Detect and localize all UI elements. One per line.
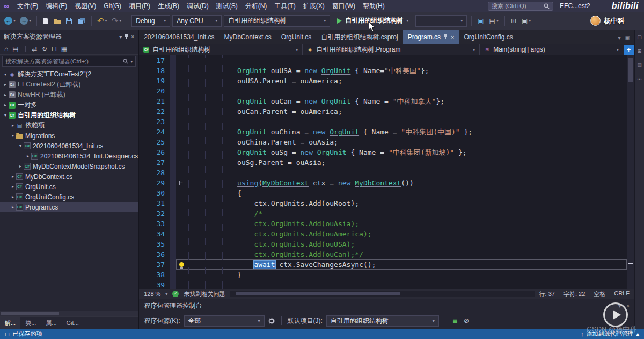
code-line-18[interactable]: 18 OrgUnit ouUSA = new OrgUnit { Name="中…: [139, 66, 627, 76]
type-dropdown[interactable]: ◆ 自引用的组织结构树.Program ▾: [303, 44, 480, 55]
vertical-scrollbar[interactable]: [627, 55, 634, 289]
minimize-button[interactable]: —: [597, 2, 609, 10]
tree-expander-icon[interactable]: ▸: [10, 174, 16, 179]
code-line-21[interactable]: 21 OrgUnit ouCan = new OrgUnit { Name = …: [139, 96, 627, 106]
code-line-38[interactable]: 38 }: [139, 270, 627, 280]
menu-item-视图(V)[interactable]: 视图(V): [71, 0, 100, 12]
quick-search-box[interactable]: 搜索 (Ctrl+Q): [488, 2, 553, 11]
tree-expander-icon[interactable]: ▾: [10, 133, 16, 138]
menu-item-生成(B)[interactable]: 生成(B): [154, 0, 183, 12]
rail-grid-icon[interactable]: ⊞: [638, 48, 642, 54]
clear-console-icon[interactable]: ⊘: [463, 317, 470, 324]
tree-expander-icon[interactable]: ▾: [2, 113, 9, 118]
tree-expander-icon[interactable]: ▸: [10, 184, 16, 189]
menu-item-Git(G)[interactable]: Git(G): [100, 0, 125, 12]
line-ending-indicator[interactable]: CRLF: [614, 290, 630, 298]
lightbulb-icon[interactable]: [179, 262, 184, 267]
code-line-20[interactable]: 20: [139, 86, 627, 96]
column-indicator[interactable]: 字符: 22: [564, 290, 585, 298]
open-file-button[interactable]: [52, 17, 62, 25]
code-line-19[interactable]: 19 ouUSA.Parent = ouAmerica;: [139, 76, 627, 86]
tab-自引用的组织结构树.csproj[interactable]: 自引用的组织结构树.csproj: [316, 30, 402, 44]
tree-item-解决方案"EFCoreTest2"(2[interactable]: ▾◆解决方案"EFCoreTest2"(2: [0, 69, 138, 80]
code-line-35[interactable]: 35 ctx.OrgUnits.Add(ouUSA);: [139, 239, 627, 249]
redo-button[interactable]: ↷▾: [111, 15, 123, 27]
tree-item-Program.cs[interactable]: ▸C#Program.cs: [0, 202, 138, 212]
tree-item-自引用的组织结构树[interactable]: ▾C#自引用的组织结构树: [0, 110, 138, 120]
tab-MyDbContext.cs[interactable]: MyDbContext.cs: [219, 30, 276, 44]
horizontal-scrollbar[interactable]: [0, 311, 138, 316]
find-in-files-button[interactable]: ▤▾: [488, 17, 500, 25]
code-line-24[interactable]: 24 OrgUnit ouChina = new OrgUnit { Name …: [139, 127, 627, 137]
pin-icon[interactable]: [444, 34, 448, 40]
code-line-36[interactable]: 36 ctx.OrgUnits.Add(ouCan);*/: [139, 249, 627, 259]
tree-item-MyDbContext.cs[interactable]: ▸C#MyDbContext.cs: [0, 171, 138, 182]
solution-configuration-combo[interactable]: Debug▾: [131, 15, 170, 27]
refresh-icon[interactable]: ↻: [42, 45, 47, 53]
tree-expander-icon[interactable]: ▸: [2, 92, 9, 97]
tree-expander-icon[interactable]: ▾: [2, 72, 9, 77]
code-line-17[interactable]: 17: [139, 55, 627, 66]
menu-item-项目(P)[interactable]: 项目(P): [125, 0, 154, 12]
rail-more-icon[interactable]: ⋯: [637, 76, 642, 82]
rail-list-icon[interactable]: ▤: [637, 62, 642, 68]
tree-item-EFCoreTest2 (已卸载)[interactable]: ▸C#EFCoreTest2 (已卸载): [0, 80, 138, 90]
code-line-30[interactable]: 30 {: [139, 188, 627, 198]
rail-window-icon[interactable]: ▢: [637, 34, 642, 40]
menu-item-分析(N)[interactable]: 分析(N): [241, 0, 271, 12]
sync-with-active-document-icon[interactable]: ⇄: [32, 45, 38, 53]
navigate-back-button[interactable]: ←▾: [3, 16, 17, 26]
new-file-button[interactable]: [41, 16, 50, 26]
menu-item-扩展(X)[interactable]: 扩展(X): [299, 0, 328, 12]
float-window-icon[interactable]: ▣: [625, 35, 630, 41]
start-debugging-button[interactable]: 自引用的组织结构树▾: [332, 16, 413, 25]
tree-expander-icon[interactable]: ▸: [10, 123, 16, 128]
tree-item-20210604061534_Init.cs[interactable]: ▾C#20210604061534_Init.cs: [0, 141, 138, 151]
panel-tab-类...[interactable]: 类...: [20, 317, 41, 329]
solution-search-input[interactable]: 搜索解决方案资源管理器(Ctrl+;) ▾: [2, 56, 136, 67]
close-icon[interactable]: ×: [131, 34, 134, 40]
code-line-33[interactable]: 33 ctx.OrgUnits.Add(ouAsia);: [139, 219, 627, 229]
menu-item-工具(T)[interactable]: 工具(T): [270, 0, 299, 12]
list-icon[interactable]: ≣: [451, 317, 459, 324]
show-all-files-icon[interactable]: ▦: [61, 45, 67, 53]
zoom-level[interactable]: 128 %: [144, 291, 160, 297]
tab-OrgUnitConfig.cs[interactable]: OrgUnitConfig.cs: [459, 30, 517, 44]
default-project-combo[interactable]: 自引用的组织结构树▾: [326, 315, 439, 327]
menu-item-帮助(H)[interactable]: 帮助(H): [359, 0, 389, 12]
save-button[interactable]: [64, 16, 74, 26]
tab-20210604061534_Init.cs[interactable]: 20210604061534_Init.cs: [139, 30, 219, 44]
solution-explorer-button[interactable]: ⊞: [509, 17, 518, 25]
menu-item-调试(D)[interactable]: 调试(D): [183, 0, 213, 12]
tree-expander-icon[interactable]: ▾: [17, 143, 24, 148]
save-all-button[interactable]: [76, 16, 87, 26]
document-health-icon[interactable]: ✓: [172, 291, 179, 297]
scrollbar-thumb[interactable]: [236, 292, 400, 295]
panel-tab-Git...[interactable]: Git...: [62, 317, 84, 329]
navigate-forward-button[interactable]: →▾: [19, 16, 32, 26]
scrollbar-thumb[interactable]: [628, 58, 633, 82]
code-line-34[interactable]: 34 ctx.OrgUnits.Add(ouAmerica);: [139, 229, 627, 239]
menu-item-测试(S)[interactable]: 测试(S): [213, 0, 241, 12]
tree-expander-icon[interactable]: ▸: [2, 82, 9, 87]
menu-item-编辑(E)[interactable]: 编辑(E): [42, 0, 71, 12]
code-editor[interactable]: 1718 OrgUnit ouUSA = new OrgUnit { Name=…: [139, 55, 634, 289]
tree-expander-icon[interactable]: ▸: [17, 164, 24, 169]
tree-item-OrgUnitConfig.cs[interactable]: ▸C#OrgUnitConfig.cs: [0, 192, 138, 202]
debug-target-combo[interactable]: ▾: [415, 15, 467, 27]
tree-item-NewHR (已卸载)[interactable]: ▸C#NewHR (已卸载): [0, 90, 138, 100]
member-dropdown[interactable]: ⊞ Main(string[] args) ▾: [480, 44, 623, 55]
tree-item-依赖项[interactable]: ▸▤依赖项: [0, 120, 138, 131]
menu-item-窗口(W)[interactable]: 窗口(W): [328, 0, 359, 12]
panel-tab-解...[interactable]: 解...: [0, 317, 20, 329]
close-icon[interactable]: ×: [451, 34, 454, 40]
code-line-26[interactable]: 26 OrgUnit ouSg = new OrgUnit { Name = "…: [139, 147, 627, 157]
startup-project-combo[interactable]: 自引用的组织结构树▾: [224, 15, 330, 27]
tree-expander-icon[interactable]: ▸: [10, 205, 16, 210]
code-line-27[interactable]: 27 ouSg.Parent = ouAsia;: [139, 157, 627, 168]
code-line-29[interactable]: 29− using(MyDbContext ctx = new MyDbCont…: [139, 178, 627, 188]
window-layout-button[interactable]: ▣▾: [520, 17, 532, 25]
tree-item-MyDbContextModelSnapshot.cs[interactable]: ▸C#MyDbContextModelSnapshot.cs: [0, 161, 138, 171]
code-line-37[interactable]: 37 await ctx.SaveChangesAsync();: [139, 259, 627, 270]
solution-platform-combo[interactable]: Any CPU▾: [172, 15, 222, 27]
